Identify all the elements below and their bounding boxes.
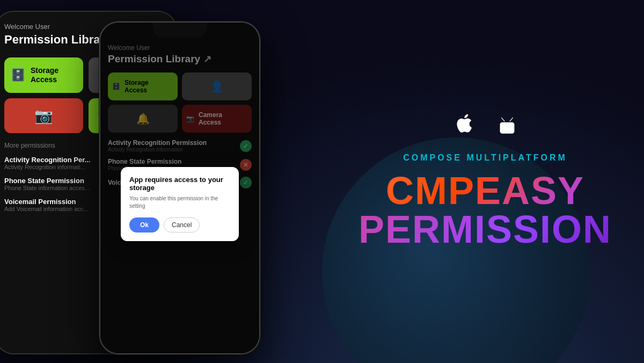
- phone-right-screen: Welcome User Permission Library ↗ 🗄️ Sto…: [100, 23, 259, 353]
- branding-section: COMPOSE MULTIPLATFORM CMPEASY PERMISSION: [358, 114, 612, 249]
- brand-title-permission: PERMISSION: [358, 210, 612, 249]
- svg-rect-14: [500, 122, 515, 134]
- dialog-overlay: App requires access to your storage You …: [100, 23, 259, 353]
- dialog-ok-button[interactable]: Ok: [129, 217, 159, 233]
- svg-line-17: [501, 118, 504, 121]
- storage-label-left: StorageAccess: [31, 66, 58, 84]
- platform-icons: [358, 114, 612, 142]
- camera-icon-left: 📷: [34, 107, 53, 125]
- phone-right: Welcome User Permission Library ↗ 🗄️ Sto…: [99, 21, 260, 354]
- main-container: Welcome User Permission Library ↗ 🗄️ Sto…: [0, 0, 644, 363]
- apple-icon: [452, 114, 474, 142]
- dialog-buttons: Ok Cancel: [129, 217, 230, 233]
- storage-permission-dialog: App requires access to your storage You …: [121, 167, 239, 241]
- compose-multiplatform-label: COMPOSE MULTIPLATFORM: [358, 153, 612, 163]
- storage-access-btn-left[interactable]: 🗄️ StorageAccess: [4, 57, 83, 93]
- title-left-text: Permission Library: [4, 33, 111, 47]
- phone-notch: [153, 23, 207, 38]
- svg-line-18: [510, 118, 513, 121]
- dialog-title: App requires access to your storage: [129, 176, 230, 192]
- dialog-message: You can enable this permission in the se…: [129, 195, 230, 210]
- dialog-cancel-button[interactable]: Cancel: [164, 217, 200, 233]
- camera-btn-left[interactable]: 📷: [4, 98, 83, 134]
- brand-title-cmpeasy: CMPEASY: [358, 171, 612, 210]
- android-icon: [496, 114, 518, 142]
- storage-icon-left: 🗄️: [11, 68, 25, 82]
